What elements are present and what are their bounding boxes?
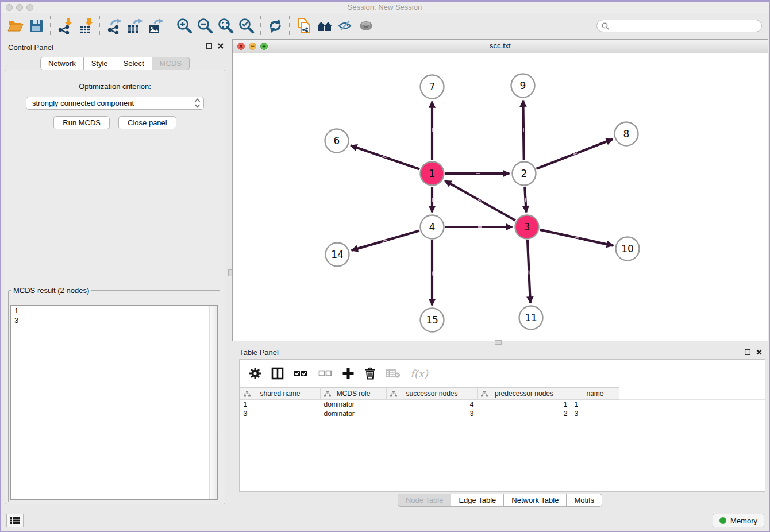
control-panel-header: Control Panel bbox=[1, 38, 229, 55]
table-row[interactable]: 3dominator323 bbox=[240, 409, 765, 418]
window-traffic-lights[interactable] bbox=[6, 4, 33, 11]
table-cell[interactable]: 3 bbox=[387, 409, 478, 418]
network-title: scc.txt bbox=[233, 40, 768, 52]
deselect-all-icon[interactable] bbox=[318, 368, 332, 379]
table-panel-header: Table Panel bbox=[232, 344, 768, 359]
tab-mcds[interactable]: MCDS bbox=[152, 57, 190, 70]
node-14[interactable]: 14 bbox=[326, 243, 349, 267]
import-network-button[interactable] bbox=[55, 16, 75, 36]
zoom-selected-button[interactable] bbox=[236, 16, 257, 36]
export-image-button[interactable] bbox=[145, 16, 166, 36]
tab-network-table[interactable]: Network Table bbox=[504, 494, 567, 507]
result-item[interactable]: 3 bbox=[11, 315, 217, 325]
control-panel-tabs: NetworkStyleSelectMCDS bbox=[1, 57, 229, 70]
table-cell[interactable]: 2 bbox=[478, 409, 571, 418]
add-column-icon[interactable] bbox=[342, 367, 355, 380]
result-scrollbar[interactable] bbox=[209, 306, 217, 499]
float-table-panel-icon[interactable] bbox=[745, 349, 750, 355]
table-cell[interactable]: 3 bbox=[240, 409, 321, 418]
table-cell[interactable]: 1 bbox=[240, 400, 321, 410]
maximize-network-icon[interactable] bbox=[260, 43, 268, 50]
minimize-window-icon[interactable] bbox=[16, 4, 23, 11]
zoom-out-button[interactable] bbox=[195, 16, 215, 36]
window-titlebar: Session: New Session bbox=[1, 2, 769, 13]
search-input[interactable] bbox=[613, 21, 757, 31]
table-cell[interactable]: dominator bbox=[321, 409, 387, 418]
node-10[interactable]: 10 bbox=[616, 237, 640, 261]
node-label: 7 bbox=[429, 81, 436, 92]
close-panel-button[interactable]: Close panel bbox=[118, 116, 176, 129]
select-stepper-icon bbox=[194, 98, 201, 108]
node-8[interactable]: 8 bbox=[615, 122, 638, 146]
copy-network-icon bbox=[296, 17, 312, 34]
tab-select[interactable]: Select bbox=[116, 57, 152, 70]
close-panel-icon[interactable] bbox=[218, 43, 224, 49]
table-settings-gear-icon[interactable] bbox=[249, 367, 261, 380]
select-all-icon[interactable] bbox=[294, 368, 309, 379]
minimize-network-icon[interactable] bbox=[249, 43, 256, 50]
import-table-button[interactable] bbox=[75, 16, 96, 36]
node-table[interactable]: shared nameMCDS rolesuccessor nodesprede… bbox=[240, 387, 765, 418]
open-session-button[interactable] bbox=[5, 16, 26, 36]
node-9[interactable]: 9 bbox=[511, 74, 535, 98]
column-header-name[interactable]: name bbox=[571, 388, 619, 400]
tab-network[interactable]: Network bbox=[40, 57, 84, 70]
export-table-button[interactable] bbox=[125, 16, 145, 36]
table-cell[interactable]: 1 bbox=[478, 400, 571, 410]
table-row[interactable]: 1dominator411 bbox=[240, 400, 765, 410]
table-cell[interactable]: 1 bbox=[571, 400, 619, 410]
memory-button[interactable]: Memory bbox=[713, 514, 764, 527]
table-panel-title: Table Panel bbox=[240, 348, 279, 357]
tab-node-table[interactable]: Node Table bbox=[398, 494, 452, 507]
node-1[interactable]: 1 bbox=[421, 162, 444, 186]
result-item[interactable]: 1 bbox=[11, 306, 217, 315]
node-7[interactable]: 7 bbox=[421, 75, 444, 99]
table-cell[interactable]: 3 bbox=[571, 409, 619, 418]
function-builder-button[interactable]: f(x) bbox=[410, 368, 428, 380]
float-panel-icon[interactable] bbox=[206, 43, 212, 49]
show-columns-icon[interactable] bbox=[271, 367, 284, 380]
task-history-button[interactable] bbox=[6, 514, 24, 527]
tab-edge-table[interactable]: Edge Table bbox=[451, 494, 504, 507]
close-network-icon[interactable] bbox=[237, 43, 245, 50]
table-cell[interactable]: dominator bbox=[321, 400, 387, 410]
network-canvas[interactable]: 7968124314101511 bbox=[233, 53, 767, 340]
close-window-icon[interactable] bbox=[6, 4, 13, 11]
criterion-select[interactable]: strongly connected component bbox=[26, 97, 204, 110]
column-header-shared-name[interactable]: shared name bbox=[240, 388, 321, 400]
node-label: 15 bbox=[426, 314, 438, 326]
mcds-result-list[interactable]: 13 bbox=[10, 305, 218, 500]
tab-motifs[interactable]: Motifs bbox=[567, 494, 602, 507]
zoom-fit-button[interactable] bbox=[215, 16, 236, 36]
node-4[interactable]: 4 bbox=[421, 215, 444, 239]
column-header-successor-nodes[interactable]: successor nodes bbox=[387, 388, 478, 400]
node-6[interactable]: 6 bbox=[325, 129, 349, 153]
show-graphics-button[interactable] bbox=[356, 16, 376, 36]
node-11[interactable]: 11 bbox=[519, 306, 543, 330]
delete-column-trash-icon[interactable] bbox=[364, 367, 376, 380]
export-network-button[interactable] bbox=[104, 16, 125, 36]
save-icon bbox=[29, 19, 44, 33]
refresh-button[interactable] bbox=[265, 16, 286, 36]
delete-table-icon[interactable] bbox=[386, 368, 401, 379]
node-15[interactable]: 15 bbox=[421, 309, 444, 332]
status-bar: Memory bbox=[1, 510, 769, 531]
node-3[interactable]: 3 bbox=[515, 215, 539, 239]
save-session-button[interactable] bbox=[26, 16, 47, 36]
column-header-predecessor-nodes[interactable]: predecessor nodes bbox=[478, 388, 571, 400]
column-header-mcds-role[interactable]: MCDS role bbox=[321, 388, 387, 400]
node-2[interactable]: 2 bbox=[513, 162, 536, 186]
node-table-header[interactable]: shared nameMCDS rolesuccessor nodesprede… bbox=[240, 388, 765, 400]
clone-network-button[interactable] bbox=[294, 16, 314, 36]
node-label: 4 bbox=[429, 221, 436, 233]
table-cell[interactable]: 4 bbox=[387, 400, 478, 410]
home-view-button[interactable] bbox=[314, 16, 335, 36]
run-mcds-button[interactable]: Run MCDS bbox=[53, 116, 110, 129]
search-box[interactable] bbox=[596, 20, 762, 32]
close-table-panel-icon[interactable] bbox=[756, 349, 762, 355]
node-table-rows[interactable]: 1dominator4113dominator323 bbox=[240, 400, 765, 419]
maximize-window-icon[interactable] bbox=[26, 4, 33, 11]
tab-style[interactable]: Style bbox=[84, 57, 116, 70]
zoom-in-button[interactable] bbox=[174, 16, 195, 36]
hide-details-button[interactable] bbox=[335, 16, 356, 36]
